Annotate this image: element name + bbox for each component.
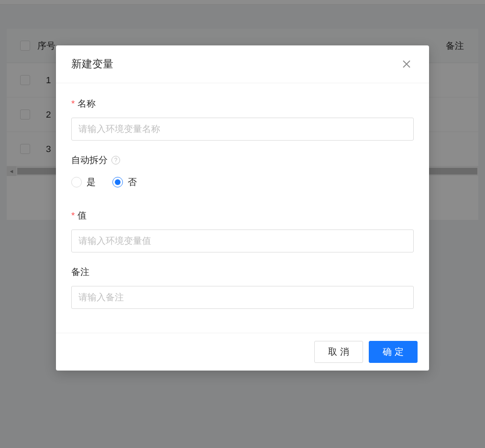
radio-yes[interactable]: 是: [71, 176, 96, 188]
help-icon[interactable]: ?: [111, 156, 120, 164]
modal-title: 新建变量: [71, 57, 113, 71]
modal-footer: 取消 确定: [56, 333, 429, 371]
radio-circle-icon: [71, 177, 82, 187]
radio-no-label: 否: [128, 176, 137, 188]
name-label: 名称: [71, 98, 414, 110]
auto-split-label: 自动拆分: [71, 154, 108, 166]
auto-split-radio-group: 是 否: [71, 176, 414, 188]
confirm-button[interactable]: 确定: [369, 341, 418, 363]
close-icon[interactable]: [399, 57, 414, 71]
radio-no[interactable]: 否: [112, 176, 137, 188]
remark-input[interactable]: [71, 286, 414, 309]
field-auto-split: 自动拆分 ? 是 否: [71, 154, 414, 188]
create-variable-modal: 新建变量 名称 自动拆分 ? 是: [56, 45, 429, 371]
field-value: 值: [71, 209, 414, 252]
modal-overlay: 新建变量 名称 自动拆分 ? 是: [0, 0, 485, 448]
modal-body: 名称 自动拆分 ? 是 否: [56, 83, 429, 333]
modal-header: 新建变量: [56, 45, 429, 83]
value-label: 值: [71, 209, 414, 222]
value-input[interactable]: [71, 229, 414, 252]
radio-yes-label: 是: [87, 176, 96, 188]
cancel-button[interactable]: 取消: [314, 341, 363, 363]
name-input[interactable]: [71, 118, 414, 141]
remark-label: 备注: [71, 266, 414, 278]
radio-circle-checked-icon: [112, 177, 123, 187]
field-name: 名称: [71, 98, 414, 141]
field-remark: 备注: [71, 266, 414, 309]
